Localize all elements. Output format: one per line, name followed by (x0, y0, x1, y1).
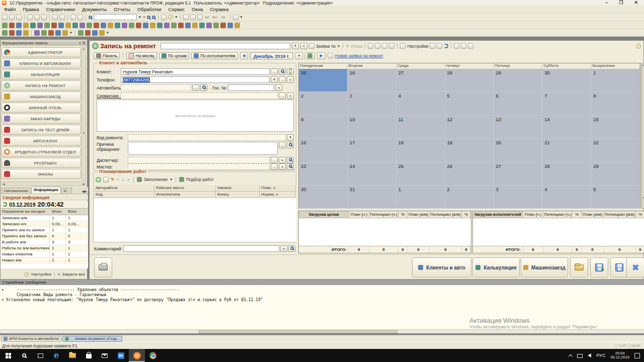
copy-icon[interactable] (382, 43, 387, 49)
cut-icon[interactable] (27, 15, 33, 20)
toolbar-icon[interactable] (129, 23, 134, 28)
chart-icon[interactable] (400, 43, 406, 49)
help-icon[interactable]: ? (24, 272, 29, 277)
grid-view-icon[interactable] (461, 43, 466, 49)
find-icon[interactable] (147, 16, 150, 19)
calendar-day[interactable]: 11 (396, 116, 445, 139)
menu-edit[interactable]: Правка (23, 7, 39, 12)
sidebar-vertical-scrollbar[interactable]: ▲▼ (82, 47, 86, 180)
menu-windows[interactable]: Окна (192, 7, 203, 12)
paste-icon[interactable] (389, 43, 394, 49)
mail-button[interactable] (97, 349, 113, 362)
calendar-day[interactable]: 13 (494, 116, 542, 139)
calendar-day[interactable]: 25 (396, 162, 445, 186)
notification-center-icon[interactable] (634, 353, 640, 358)
dispatcher-clear-button[interactable]: × (279, 157, 286, 163)
calendar-day[interactable]: 28 (445, 69, 494, 92)
service-book-field[interactable] (121, 93, 278, 99)
search-combo-input[interactable] (160, 43, 290, 49)
print-icon[interactable] (52, 15, 58, 20)
grid-view-icon[interactable] (468, 43, 473, 49)
sidebar-item-car-showroom[interactable]: АВТОСАЛОН (2, 136, 81, 146)
close-panel-icon[interactable]: ✕ (82, 41, 86, 45)
dispatcher-search-button[interactable] (287, 157, 294, 163)
calendar-day[interactable]: 19 (445, 139, 494, 162)
toolbar-icon[interactable] (65, 23, 71, 28)
refresh-icon[interactable] (444, 44, 448, 48)
gov-number-clear-button[interactable]: × (275, 84, 282, 91)
decline-button[interactable]: Отказ (351, 44, 363, 49)
calendar-day[interactable]: 8 (591, 92, 640, 115)
calendar-day[interactable]: 21 (542, 139, 591, 162)
clear-search-icon[interactable]: × (143, 15, 145, 20)
minimize-button[interactable]: – (605, 1, 608, 5)
service-book-label[interactable]: Сервисная... (97, 94, 120, 99)
calendar-day[interactable]: 4 (396, 92, 445, 115)
grid-view-icon[interactable] (454, 43, 459, 49)
toolbar-icon[interactable] (2, 23, 8, 28)
toolbar-icon[interactable] (206, 23, 212, 28)
open-button[interactable] (570, 257, 588, 278)
clients-and-cars-button[interactable]: Клиенты и авто (412, 257, 471, 278)
close-form-button[interactable]: ✖ (626, 257, 644, 278)
repair-type-field[interactable] (128, 134, 286, 141)
calendar-day[interactable]: 20 (494, 139, 542, 162)
toolbar-icon[interactable] (37, 23, 43, 28)
memory-button[interactable]: М (204, 15, 210, 20)
calendar-day[interactable]: 31 (348, 186, 396, 209)
toolbar-icon[interactable] (44, 23, 50, 28)
car-icon[interactable] (9, 30, 15, 36)
save-icon[interactable] (16, 15, 22, 20)
calendar-day[interactable]: 1 (591, 69, 640, 92)
filter-icon[interactable] (430, 43, 435, 49)
toolbar-icon[interactable] (185, 23, 191, 28)
client-select-button[interactable]: ... (271, 68, 278, 75)
request-number-button[interactable]: Заявка № (316, 44, 336, 49)
memory-plus-button[interactable]: М+ (211, 15, 219, 20)
prev-month-button[interactable]: ◀ (240, 52, 248, 59)
calendar-day[interactable]: 5 (445, 92, 494, 115)
search-dropdown-icon[interactable]: ▼ (138, 16, 141, 19)
calendar-day[interactable]: 4 (542, 186, 591, 209)
tab-reminders[interactable]: Напоминания (2, 188, 31, 194)
settings-button[interactable]: Настройка (31, 272, 51, 277)
lock-icon[interactable] (2, 30, 8, 36)
clipboard-icon[interactable] (368, 43, 373, 49)
master-clear-button[interactable]: × (279, 163, 286, 170)
phone-field[interactable]: 89772964205 (121, 76, 270, 83)
dispatcher-select-button[interactable]: ... (271, 157, 278, 163)
language-indicator[interactable]: РУС (596, 353, 605, 358)
toolbar-icon[interactable] (23, 23, 29, 28)
calendar-day[interactable]: 30 (542, 69, 591, 92)
month-view-button[interactable]: 31На месяц (126, 52, 157, 59)
tab-scroll-arrows[interactable]: ◀▶ (82, 190, 88, 194)
toolbar-icon[interactable] (108, 23, 113, 28)
toolbar-icon[interactable] (101, 23, 106, 28)
edge-button[interactable]: e (48, 349, 64, 362)
calendar-scrollbar[interactable]: ▲▼ (641, 63, 644, 209)
drive-in-button[interactable]: Машинозаезд (521, 257, 568, 278)
toolbar-icon[interactable] (227, 23, 233, 28)
calendar-day[interactable]: 26 (445, 162, 494, 186)
calculation-button[interactable]: Калькуляция (472, 257, 520, 278)
by-shops-button[interactable]: По цехам (159, 52, 189, 59)
toolbar-icon[interactable] (55, 30, 61, 36)
cut-icon[interactable] (375, 43, 380, 49)
menu-file[interactable]: Файл (4, 7, 16, 12)
comment-clear-button[interactable]: × (280, 245, 287, 252)
menu-help[interactable]: Справка (210, 7, 228, 12)
calendar-day-selected[interactable]: 25 (299, 69, 348, 92)
sidebar-item-orders[interactable]: ЗАКАЗЫ (2, 169, 81, 179)
move-up-icon[interactable]: ▲ (121, 178, 125, 182)
calendar-day[interactable]: 14 (542, 116, 591, 139)
copy-icon[interactable] (34, 15, 40, 20)
calendar-day[interactable]: 15 (591, 116, 640, 139)
toolbar-icon[interactable] (16, 23, 22, 28)
toolbar-icon[interactable] (78, 30, 84, 36)
delete-row-icon[interactable]: × (117, 177, 119, 182)
phone-select-button[interactable]: ... (279, 76, 286, 83)
calendar-day[interactable]: 22 (591, 139, 640, 162)
menu-documents[interactable]: Документы (82, 7, 107, 12)
toolbar-icon[interactable] (58, 23, 64, 28)
new-repair-request-link[interactable]: Новая заявка на ремонт (335, 53, 383, 58)
